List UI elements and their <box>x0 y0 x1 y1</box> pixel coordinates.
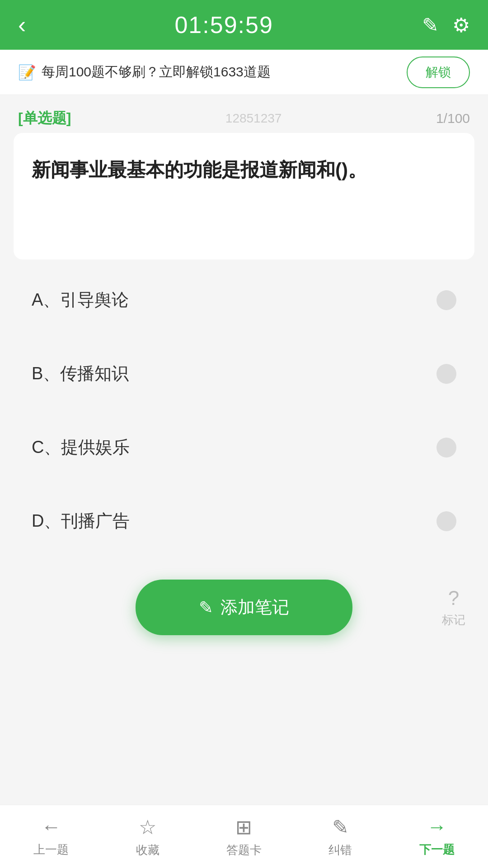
timer: 01:59:59 <box>174 11 273 38</box>
back-button[interactable]: ‹ <box>18 11 26 38</box>
options-container: A、引导舆论 B、传播知识 C、提供娱乐 D、刊播广告 <box>0 259 488 561</box>
banner-message: 每周100题不够刷？立即解锁1633道题 <box>42 63 271 81</box>
collect-label: 收藏 <box>136 842 160 858</box>
question-id: 12851237 <box>225 111 282 126</box>
banner-text: 📝 每周100题不够刷？立即解锁1633道题 <box>18 63 271 81</box>
nav-prev[interactable]: ← 上一题 <box>33 816 69 858</box>
prev-icon: ← <box>41 816 61 838</box>
error-icon: ✎ <box>332 816 349 839</box>
next-label: 下一题 <box>419 842 455 858</box>
answer-card-icon: ⊞ <box>235 816 252 839</box>
question-text: 新闻事业最基本的功能是报道新闻和()。 <box>32 156 456 184</box>
question-card: 新闻事业最基本的功能是报道新闻和()。 <box>14 133 474 259</box>
nav-error[interactable]: ✎ 纠错 <box>328 816 352 858</box>
option-a-text: A、引导舆论 <box>32 288 129 311</box>
nav-answer-card[interactable]: ⊞ 答题卡 <box>226 816 262 858</box>
option-c-text: C、提供娱乐 <box>32 436 130 459</box>
option-d-radio <box>436 511 456 531</box>
next-icon: → <box>427 816 447 838</box>
banner-icon: 📝 <box>18 64 36 81</box>
option-c-radio <box>436 438 456 458</box>
mark-icon: ? <box>448 587 459 609</box>
option-a[interactable]: A、引导舆论 <box>14 269 474 331</box>
option-d[interactable]: D、刊播广告 <box>14 490 474 552</box>
unlock-button[interactable]: 解锁 <box>407 57 470 88</box>
note-area: ✎ 添加笔记 ? 标记 <box>0 561 488 644</box>
option-a-radio <box>436 290 456 310</box>
edit-icon[interactable]: ✎ <box>422 14 439 37</box>
question-meta: [单选题] 12851237 1/100 <box>0 95 488 133</box>
question-type: [单选题] <box>18 108 71 128</box>
bottom-nav: ← 上一题 ☆ 收藏 ⊞ 答题卡 ✎ 纠错 → 下一题 <box>0 805 488 868</box>
unlock-banner: 📝 每周100题不够刷？立即解锁1633道题 解锁 <box>0 50 488 95</box>
prev-label: 上一题 <box>33 842 69 858</box>
settings-icon[interactable]: ⚙ <box>452 14 470 37</box>
mark-area[interactable]: ? 标记 <box>442 587 465 628</box>
option-c[interactable]: C、提供娱乐 <box>14 416 474 479</box>
option-b-radio <box>436 364 456 384</box>
add-note-icon: ✎ <box>199 598 213 618</box>
question-progress: 1/100 <box>436 111 470 126</box>
option-d-text: D、刊播广告 <box>32 509 130 533</box>
add-note-label: 添加笔记 <box>221 596 289 619</box>
header: ‹ 01:59:59 ✎ ⚙ <box>0 0 488 50</box>
add-note-button[interactable]: ✎ 添加笔记 <box>136 580 352 635</box>
mark-label: 标记 <box>442 612 465 628</box>
collect-icon: ☆ <box>139 816 156 839</box>
nav-next[interactable]: → 下一题 <box>419 816 455 858</box>
answer-card-label: 答题卡 <box>226 842 262 858</box>
nav-collect[interactable]: ☆ 收藏 <box>136 816 160 858</box>
error-label: 纠错 <box>328 842 352 858</box>
option-b[interactable]: B、传播知识 <box>14 342 474 405</box>
option-b-text: B、传播知识 <box>32 362 129 385</box>
header-icons: ✎ ⚙ <box>422 14 470 37</box>
